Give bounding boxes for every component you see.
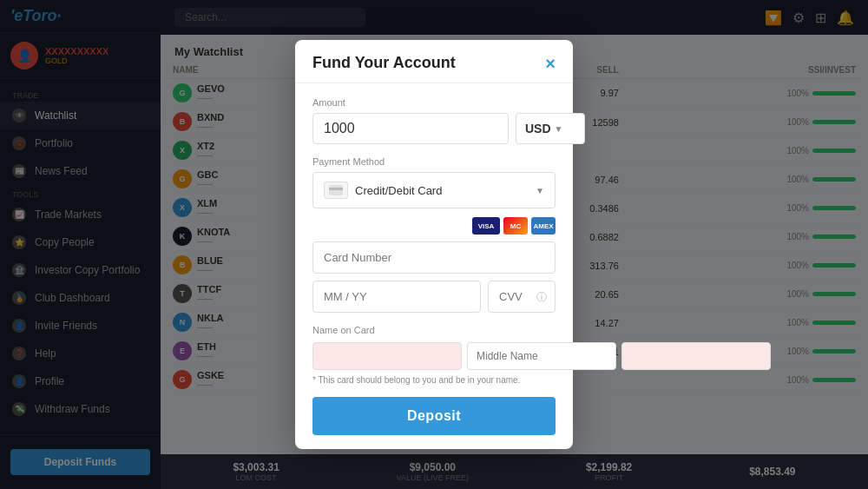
currency-select[interactable]: USD ▼ (516, 113, 585, 144)
mastercard-logo: MC (503, 217, 528, 235)
fund-account-modal: Fund Your Account × Amount USD ▼ Payment… (295, 40, 573, 449)
name-row (312, 342, 556, 370)
last-name-input[interactable] (621, 342, 771, 370)
payment-chevron-icon: ▼ (536, 186, 544, 195)
cvv-info-icon: ⓘ (536, 289, 547, 304)
modal-header: Fund Your Account × (295, 40, 573, 83)
payment-select-left: Credit/Debit Card (324, 182, 442, 199)
expiry-input[interactable] (312, 281, 481, 313)
first-name-input[interactable] (312, 342, 462, 370)
name-on-card-label: Name on Card (312, 325, 556, 335)
amex-logo: AMEX (531, 217, 556, 235)
currency-chevron-icon: ▼ (555, 124, 563, 134)
deposit-button[interactable]: Deposit (312, 397, 556, 435)
modal-overlay: Fund Your Account × Amount USD ▼ Payment… (0, 0, 868, 489)
amount-input[interactable] (312, 113, 509, 144)
payment-method-select[interactable]: Credit/Debit Card ▼ (312, 172, 556, 208)
amount-label: Amount (312, 97, 556, 108)
svg-rect-1 (329, 188, 343, 190)
modal-body: Amount USD ▼ Payment Method Credit/Debit… (295, 83, 573, 449)
middle-name-input[interactable] (467, 342, 616, 370)
currency-text: USD (525, 122, 551, 135)
card-logos: VISA MC AMEX (312, 217, 556, 235)
card-notice: * This card should belong to you and be … (312, 375, 556, 385)
cvv-wrap: ⓘ (488, 281, 556, 313)
visa-logo: VISA (472, 217, 500, 235)
payment-label: Payment Method (312, 156, 556, 167)
modal-close-button[interactable]: × (545, 55, 556, 72)
modal-title: Fund Your Account (312, 54, 456, 72)
amount-row: USD ▼ (312, 113, 556, 144)
card-details-row: ⓘ (312, 281, 556, 313)
payment-name: Credit/Debit Card (355, 184, 442, 197)
card-icon (324, 182, 348, 199)
card-number-input[interactable] (312, 241, 556, 274)
